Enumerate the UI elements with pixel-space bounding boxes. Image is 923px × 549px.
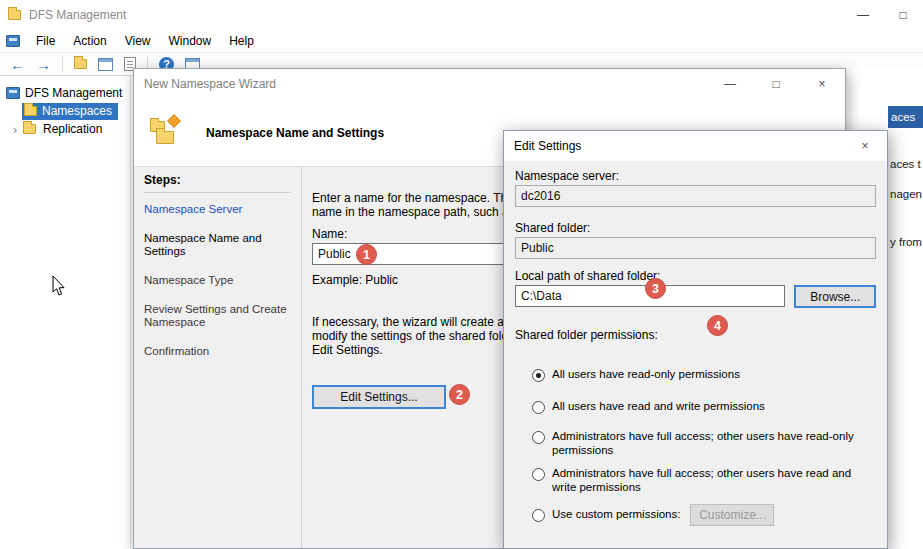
radio-button-icon[interactable] — [532, 468, 545, 481]
minimize-icon[interactable]: — — [843, 0, 883, 30]
tree-item-dfs-management[interactable]: DFS Management — [0, 84, 130, 102]
forward-arrow-icon[interactable]: → — [36, 57, 51, 72]
tree-item-label: Namespaces — [42, 104, 112, 118]
menu-view[interactable]: View — [117, 32, 159, 50]
replication-icon — [23, 124, 36, 134]
new-namespace-icon — [150, 117, 188, 149]
selected-row-fragment: aces — [888, 106, 923, 128]
tree-item-label: Replication — [43, 122, 102, 136]
minimize-icon[interactable]: — — [707, 69, 753, 99]
menu-file[interactable]: File — [28, 32, 63, 50]
wizard-page-title: Namespace Name and Settings — [206, 126, 384, 140]
browse-button[interactable]: Browse... — [794, 285, 876, 308]
edit-settings-body: Namespace server: Shared folder: Local p… — [504, 161, 887, 548]
selected-highlight: Namespaces — [22, 103, 118, 120]
show-console-tree-icon[interactable] — [74, 59, 87, 69]
step-namespace-server[interactable]: Namespace Server — [144, 203, 291, 216]
wizard-titlebar: New Namespace Wizard — □ × — [134, 69, 845, 99]
radio-label: Administrators have full access; other u… — [552, 467, 876, 494]
edit-settings-button[interactable]: Edit Settings... — [312, 385, 446, 409]
close-icon[interactable]: × — [843, 131, 887, 161]
annotation-badge-4: 4 — [707, 315, 728, 336]
window-title: DFS Management — [29, 8, 126, 22]
step-review-settings: Review Settings and Create Namespace — [144, 303, 291, 329]
console-menu-icon[interactable] — [6, 35, 20, 47]
namespaces-icon — [24, 106, 37, 116]
mouse-cursor — [52, 276, 66, 299]
maximize-icon[interactable]: □ — [883, 0, 923, 30]
wizard-title: New Namespace Wizard — [144, 77, 276, 91]
customize-button: Customize... — [690, 504, 774, 526]
namespace-server-label: Namespace server: — [515, 169, 876, 183]
menu-help[interactable]: Help — [221, 32, 262, 50]
radio-read-only[interactable]: All users have read-only permissions — [532, 368, 876, 382]
app-icon — [8, 10, 21, 20]
permissions-options: All users have read-only permissions All… — [515, 368, 876, 526]
window-titlebar: DFS Management — □ — [0, 0, 923, 30]
step-confirmation: Confirmation — [144, 345, 291, 358]
tree-item-namespaces[interactable]: Namespaces — [0, 102, 130, 120]
namespace-server-field — [515, 185, 876, 207]
maximize-icon[interactable]: □ — [753, 69, 799, 99]
menu-window[interactable]: Window — [161, 32, 220, 50]
radio-read-write[interactable]: All users have read and write permission… — [532, 400, 876, 414]
annotation-badge-3: 3 — [645, 278, 666, 299]
annotation-badge-1: 1 — [356, 244, 377, 265]
local-path-label: Local path of shared folder: — [515, 269, 876, 283]
console-tree-panel: DFS Management Namespaces › Replication — [0, 76, 131, 549]
radio-label: All users have read and write permission… — [552, 400, 765, 414]
wizard-steps-panel: Steps: Namespace Server Namespace Name a… — [134, 167, 302, 548]
radio-admin-full-users-read-write[interactable]: Administrators have full access; other u… — [532, 467, 876, 494]
text-fragment: aces t — [890, 158, 921, 170]
text-fragment: y from — [890, 236, 922, 248]
menu-action[interactable]: Action — [65, 32, 114, 50]
steps-heading: Steps: — [144, 173, 291, 193]
radio-button-icon[interactable] — [532, 369, 545, 382]
radio-button-icon[interactable] — [532, 401, 545, 414]
radio-button-icon[interactable] — [532, 509, 545, 522]
edit-settings-dialog: Edit Settings × Namespace server: Shared… — [503, 130, 888, 549]
tree-item-replication[interactable]: › Replication — [0, 120, 130, 138]
back-arrow-icon[interactable]: ← — [10, 57, 25, 72]
chevron-right-icon[interactable]: › — [10, 122, 20, 137]
text-fragment: nagen — [890, 188, 922, 200]
close-icon[interactable]: × — [799, 69, 845, 99]
radio-label: Use custom permissions: — [552, 508, 680, 522]
tree-item-label: DFS Management — [25, 86, 122, 100]
radio-button-icon[interactable] — [532, 431, 545, 444]
radio-label: Administrators have full access; other u… — [552, 430, 876, 457]
annotation-badge-2: 2 — [449, 384, 470, 405]
step-namespace-name-and-settings: Namespace Name and Settings — [144, 232, 291, 258]
toolbar-separator — [62, 56, 63, 72]
radio-label: All users have read-only permissions — [552, 368, 740, 382]
console-window-icon[interactable] — [98, 58, 113, 71]
radio-custom-permissions[interactable]: Use custom permissions: Customize... — [532, 508, 876, 526]
shared-folder-field — [515, 237, 876, 259]
edit-settings-title: Edit Settings — [514, 139, 581, 153]
step-namespace-type: Namespace Type — [144, 274, 291, 287]
menu-bar: File Action View Window Help — [0, 30, 923, 53]
wizard-window-controls: — □ × — [707, 69, 845, 99]
dfs-management-icon — [6, 87, 20, 99]
permissions-label: Shared folder permissions: — [515, 328, 876, 342]
window-controls: — □ — [843, 0, 923, 30]
radio-admin-full-users-read-only[interactable]: Administrators have full access; other u… — [532, 430, 876, 457]
shared-folder-label: Shared folder: — [515, 221, 876, 235]
edit-settings-titlebar: Edit Settings × — [504, 131, 887, 161]
